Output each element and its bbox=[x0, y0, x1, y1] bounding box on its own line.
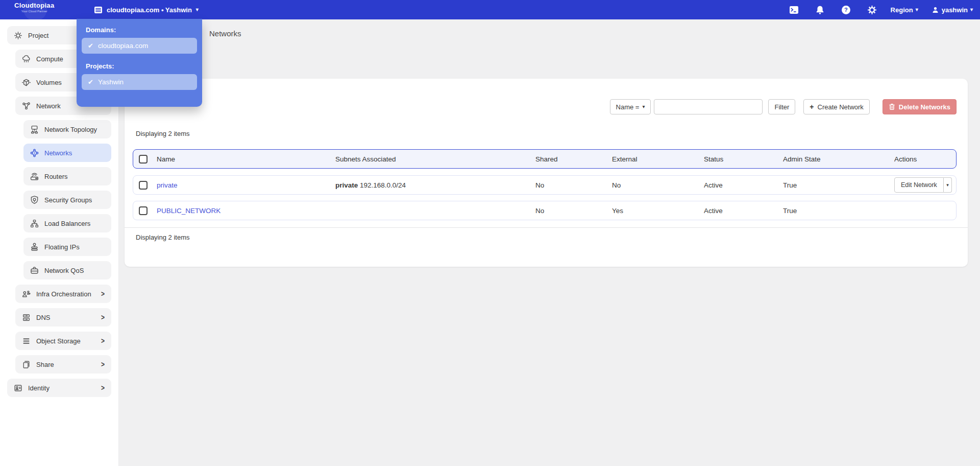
sidebar-item-infra-orchestration[interactable]: Infra Orchestration> bbox=[15, 285, 111, 303]
chevron-down-icon: ▾ bbox=[916, 7, 918, 12]
sidebar-item-floating-ips[interactable]: Floating IPs bbox=[23, 238, 111, 256]
projects-section-label: Projects: bbox=[86, 62, 202, 70]
sidebar-item-security-groups[interactable]: Security Groups bbox=[23, 191, 111, 209]
top-navbar: Cloudtopiaa Your Cloud Partner cloudtopi… bbox=[0, 0, 980, 19]
delete-networks-button[interactable]: Delete Networks bbox=[883, 99, 957, 114]
routers-icon bbox=[30, 172, 39, 181]
user-icon bbox=[932, 6, 939, 14]
chevron-right-icon: > bbox=[101, 289, 105, 298]
sidebar-item-label: Volumes bbox=[36, 79, 62, 86]
filter-input[interactable] bbox=[654, 99, 763, 114]
user-label: yashwin bbox=[942, 6, 968, 14]
column-header-admin-state: Admin State bbox=[783, 155, 894, 163]
sidebar-item-label: Load Balancers bbox=[44, 220, 90, 227]
domains-section-label: Domains: bbox=[86, 26, 202, 34]
settings-gear-icon[interactable] bbox=[867, 5, 877, 15]
sidebar-item-network-qos[interactable]: Network QoS bbox=[23, 261, 111, 279]
external-cell: No bbox=[612, 181, 704, 189]
share-icon bbox=[21, 360, 31, 369]
sidebar-item-label: Share bbox=[36, 361, 54, 368]
row-checkbox[interactable] bbox=[139, 181, 148, 190]
sidebar-item-label: Floating IPs bbox=[44, 243, 80, 251]
main-content: Networks Name = ▾ Filter + Create Networ… bbox=[119, 19, 980, 466]
navbar-right-cluster: ? Region ▾ yashwin ▾ bbox=[773, 0, 973, 19]
identity-icon bbox=[13, 383, 23, 393]
floating-ips-icon bbox=[30, 242, 39, 252]
subnets-cell: private 192.168.0.0/24 bbox=[335, 181, 535, 189]
domain-option-cloudtopiaa[interactable]: ✔ cloudtopiaa.com bbox=[82, 38, 197, 54]
networks-icon bbox=[30, 148, 39, 158]
dns-icon bbox=[21, 313, 31, 322]
sidebar-item-label: Security Groups bbox=[44, 196, 92, 204]
check-icon: ✔ bbox=[88, 42, 93, 50]
region-menu[interactable]: Region ▾ bbox=[891, 6, 918, 14]
brand-logo: Cloudtopiaa Your Cloud Partner bbox=[14, 2, 54, 13]
domain-option-label: cloudtopiaa.com bbox=[98, 42, 148, 50]
load-balancers-icon bbox=[30, 219, 39, 228]
networks-table: NameSubnets AssociatedSharedExternalStat… bbox=[125, 149, 968, 241]
table-row: PUBLIC_NETWORKNoYesActiveTrue bbox=[133, 201, 957, 220]
select-all-checkbox[interactable] bbox=[139, 155, 148, 164]
project-icon bbox=[13, 31, 23, 40]
sidebar-item-label: Compute bbox=[36, 55, 63, 63]
console-icon[interactable] bbox=[789, 5, 799, 15]
network-name-link[interactable]: PUBLIC_NETWORK bbox=[157, 207, 335, 215]
item-count-top: Displaying 2 items bbox=[136, 130, 190, 137]
actions-cell: Edit Network▾ bbox=[894, 177, 956, 193]
sidebar-item-identity[interactable]: Identity> bbox=[7, 379, 111, 397]
sidebar-item-label: Network QoS bbox=[44, 267, 84, 274]
sidebar-item-label: Network Topology bbox=[44, 126, 97, 133]
sidebar-item-label: Networks bbox=[44, 149, 72, 157]
domain-project-dropdown: Domains: ✔ cloudtopiaa.com Projects: ✔ Y… bbox=[77, 19, 202, 107]
switcher-label: cloudtopiaa.com • Yashwin bbox=[107, 6, 192, 14]
delete-networks-label: Delete Networks bbox=[899, 103, 950, 111]
sidebar-item-label: Infra Orchestration bbox=[36, 290, 91, 298]
svg-text:?: ? bbox=[844, 7, 848, 13]
item-count-bottom: Displaying 2 items bbox=[136, 234, 968, 241]
trash-icon bbox=[889, 103, 895, 110]
column-header-shared: Shared bbox=[535, 155, 612, 163]
column-header-name: Name bbox=[157, 155, 335, 163]
row-checkbox[interactable] bbox=[139, 206, 148, 215]
user-menu[interactable]: yashwin ▾ bbox=[932, 6, 973, 14]
filter-field-select[interactable]: Name = ▾ bbox=[610, 99, 651, 114]
network-qos-icon bbox=[30, 266, 39, 275]
shared-cell: No bbox=[535, 207, 612, 215]
row-actions-dropdown-toggle[interactable]: ▾ bbox=[944, 177, 952, 193]
infra-orchestration-icon bbox=[21, 289, 31, 299]
chevron-down-icon: ▾ bbox=[196, 7, 199, 12]
security-groups-icon bbox=[30, 195, 39, 205]
compute-icon bbox=[21, 54, 31, 64]
sidebar-item-load-balancers[interactable]: Load Balancers bbox=[23, 214, 111, 232]
admin-state-cell: True bbox=[783, 207, 894, 215]
sidebar-item-routers[interactable]: Routers bbox=[23, 167, 111, 185]
chevron-right-icon: > bbox=[101, 313, 105, 322]
column-header-status: Status bbox=[704, 155, 783, 163]
external-cell: Yes bbox=[612, 207, 704, 215]
sidebar-item-label: Identity bbox=[28, 384, 50, 392]
help-icon[interactable]: ? bbox=[841, 5, 851, 15]
sidebar-item-network-topology[interactable]: Network Topology bbox=[23, 120, 111, 138]
filter-button[interactable]: Filter bbox=[768, 99, 795, 114]
volumes-icon bbox=[21, 78, 31, 87]
sidebar-item-label: Object Storage bbox=[36, 337, 81, 345]
edit-network-button[interactable]: Edit Network bbox=[894, 177, 944, 193]
admin-state-cell: True bbox=[783, 181, 894, 189]
filter-field-label: Name = bbox=[616, 103, 640, 111]
sidebar-item-dns[interactable]: DNS> bbox=[15, 308, 111, 327]
create-network-label: Create Network bbox=[818, 103, 864, 111]
column-header-subnets-associated: Subnets Associated bbox=[335, 155, 535, 163]
project-option-label: Yashwin bbox=[98, 78, 124, 86]
sidebar-item-networks[interactable]: Networks bbox=[23, 144, 111, 162]
sidebar-item-share[interactable]: Share> bbox=[15, 355, 111, 374]
sidebar-item-label: Network bbox=[36, 102, 61, 110]
table-toolbar: Name = ▾ Filter + Create Network Delete … bbox=[610, 99, 957, 114]
domain-project-switcher[interactable]: cloudtopiaa.com • Yashwin ▾ bbox=[94, 0, 199, 19]
create-network-button[interactable]: + Create Network bbox=[803, 99, 870, 114]
sidebar-item-object-storage[interactable]: Object Storage> bbox=[15, 332, 111, 350]
network-name-link[interactable]: private bbox=[157, 181, 335, 189]
plus-icon: + bbox=[810, 103, 814, 111]
project-option-yashwin[interactable]: ✔ Yashwin bbox=[82, 74, 197, 90]
region-label: Region bbox=[891, 6, 913, 14]
notifications-bell-icon[interactable] bbox=[815, 5, 825, 15]
